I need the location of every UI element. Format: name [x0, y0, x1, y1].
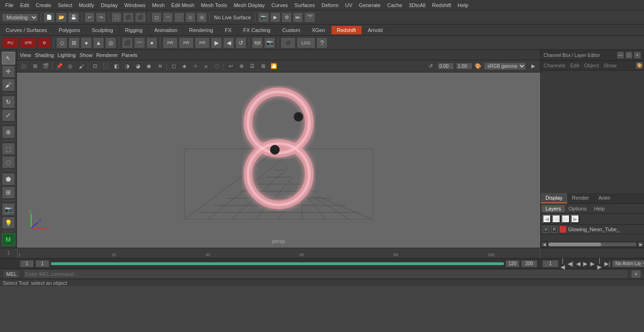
viewport-menu-lighting[interactable]: Lighting	[58, 52, 76, 58]
tab-curves-surfaces[interactable]: Curves / Surfaces	[0, 26, 53, 34]
anim-layer-select[interactable]: No Anim Layer	[612, 260, 644, 267]
render-settings-button[interactable]: ⚙	[281, 12, 292, 23]
current-frame-input[interactable]	[35, 260, 50, 267]
viewport-3d[interactable]: .grid-line { stroke: #444; stroke-width:…	[17, 73, 540, 248]
menu-item-select[interactable]: Select	[55, 1, 76, 9]
snap-live-button[interactable]: ◎	[197, 12, 207, 23]
vp-wireframe-btn[interactable]: ⊡	[90, 62, 100, 71]
menu-item-deform[interactable]: Deform	[318, 1, 342, 9]
goto-end-btn[interactable]: ▶|	[603, 260, 611, 267]
cb-minimize-btn[interactable]: —	[617, 51, 624, 59]
layer-color-left-btn[interactable]: ◀	[543, 215, 551, 223]
camera-button[interactable]: 📷	[2, 203, 15, 216]
gamma-gamma-input[interactable]	[456, 63, 472, 70]
vp-camera-attr-btn[interactable]: 🎦	[269, 62, 279, 71]
menu-item-mesh-tools[interactable]: Mesh Tools	[198, 1, 230, 9]
snap-view-button[interactable]: ◇	[185, 12, 196, 23]
new-file-button[interactable]: 📄	[43, 12, 55, 23]
tab-fx-caching[interactable]: FX Caching	[238, 26, 276, 34]
layer-tab-anim[interactable]: Anim	[594, 193, 615, 203]
next-frame-btn[interactable]: ▶	[589, 260, 595, 267]
ipr-button[interactable]: ▶	[270, 12, 281, 23]
tab-xgen[interactable]: XGen	[306, 26, 331, 34]
cb-edit-tab[interactable]: Edit	[570, 63, 579, 68]
menu-item-help[interactable]: Help	[454, 1, 472, 9]
pr1-button[interactable]: PR	[163, 37, 178, 49]
cb-show-tab[interactable]: Show	[603, 63, 617, 68]
vp-smooth-btn[interactable]: ⬛	[100, 62, 111, 71]
move-tool-button[interactable]: ✛	[2, 65, 15, 78]
viewport-menu-renderer[interactable]: Renderer	[96, 52, 118, 58]
maya-logo-button[interactable]: M	[2, 233, 15, 246]
render-ipr-button[interactable]: 📷	[264, 37, 275, 49]
viewport-menu-show[interactable]: Show	[80, 52, 93, 58]
mel-label[interactable]: MEL	[3, 270, 20, 278]
playback-range-bar[interactable]	[51, 262, 504, 265]
vp-motion-btn[interactable]: ≋	[155, 62, 165, 71]
prev-frame-btn[interactable]: ◀	[575, 260, 581, 267]
vp-film-btn[interactable]: 🎬	[41, 62, 51, 71]
soft-mod-button[interactable]: ⬟	[2, 173, 15, 186]
vp-camera-btn[interactable]: 🎥	[19, 62, 29, 71]
cb-close-btn[interactable]: ×	[634, 51, 641, 59]
menu-item-surfaces[interactable]: Surfaces	[291, 1, 318, 9]
menu-item-modify[interactable]: Modify	[75, 1, 97, 9]
arrow-forward-button[interactable]: ▶	[211, 37, 222, 49]
menu-item-edit[interactable]: Edit	[17, 1, 33, 9]
wave-button[interactable]: 〰	[134, 37, 145, 49]
tab-animation[interactable]: Animation	[149, 26, 183, 34]
rs-options-button[interactable]: ⚙	[38, 37, 51, 49]
cb-color-btn[interactable]: 🎨	[636, 62, 643, 69]
menu-item-file[interactable]: File	[2, 1, 17, 9]
vp-ao-btn[interactable]: ◉	[144, 62, 154, 71]
vp-grid-btn[interactable]: ⊞	[30, 62, 40, 71]
options-tab[interactable]: Options	[565, 205, 590, 212]
layer-visibility[interactable]: V	[543, 226, 549, 233]
open-file-button[interactable]: 📂	[56, 12, 67, 23]
play-btn[interactable]: ▶	[582, 260, 588, 267]
vp-nurbs-btn[interactable]: ◌	[212, 62, 222, 71]
layer-color-left2-btn[interactable]: ◁	[552, 215, 561, 223]
menu-item-3dtoall[interactable]: 3DtoAll	[405, 1, 429, 9]
vp-isolate-btn[interactable]: ◎	[65, 62, 75, 71]
rotate-tool-button[interactable]: ↻	[2, 96, 15, 108]
layer-color-right-btn[interactable]: ▷	[561, 215, 570, 223]
render-seq-button[interactable]: ⏭	[293, 12, 303, 23]
torus-button[interactable]: ◎	[105, 37, 116, 49]
marquee-select-button[interactable]: ⬚	[2, 143, 15, 155]
timeline[interactable]: 1 1 20 40 60 80 100	[0, 248, 644, 258]
tab-custom[interactable]: Custom	[277, 26, 306, 34]
menu-item-display[interactable]: Display	[98, 1, 121, 9]
layer-color-right2-btn[interactable]: ▶	[571, 215, 579, 223]
rs-rv-button[interactable]: RV	[2, 37, 19, 49]
right-panel-scrollbar[interactable]: ◀ ▶	[541, 241, 644, 248]
rs-log-button[interactable]: LOG	[297, 37, 315, 49]
gamma-exposure-input[interactable]	[438, 63, 454, 70]
tab-rendering[interactable]: Rendering	[183, 26, 219, 34]
lasso-select-button[interactable]: ⬛	[123, 12, 134, 23]
gamma-reset-btn[interactable]: ↺	[425, 62, 436, 71]
tab-arnold[interactable]: Arnold	[362, 26, 389, 34]
vp-hud-btn[interactable]: ☰	[247, 62, 257, 71]
range-end-input[interactable]	[505, 260, 520, 267]
vp-xray-btn[interactable]: ◻	[168, 62, 179, 71]
menu-item-windows[interactable]: Windows	[121, 1, 149, 9]
cb-object-tab[interactable]: Object	[584, 63, 599, 68]
snap-curve-button[interactable]: 〰	[163, 12, 173, 23]
lasso-tool-button[interactable]: ◌	[2, 156, 15, 169]
tab-rigging[interactable]: Rigging	[119, 26, 149, 34]
help-tab[interactable]: Help	[590, 205, 609, 212]
vp-light-btn[interactable]: ◑	[122, 62, 132, 71]
menu-item-curves[interactable]: Curves	[268, 1, 291, 9]
layer-name[interactable]: Glowing_Neon_Tube_	[568, 227, 642, 232]
rs-ipr-button[interactable]: IPR	[20, 37, 37, 49]
scroll-right-btn[interactable]: ▶	[637, 241, 644, 248]
cycle-button[interactable]: ↺	[235, 37, 247, 49]
menu-item-mesh-display[interactable]: Mesh Display	[231, 1, 268, 9]
universal-manip-button[interactable]: ⊕	[2, 126, 15, 138]
scale-tool-button[interactable]: ⤢	[2, 109, 15, 122]
layer-tab-render[interactable]: Render	[567, 193, 594, 203]
render-plate-button[interactable]: 🍽	[252, 37, 263, 49]
prev-key-btn[interactable]: ◀|	[567, 260, 574, 267]
viewport-menu-panels[interactable]: Panels	[122, 52, 138, 58]
